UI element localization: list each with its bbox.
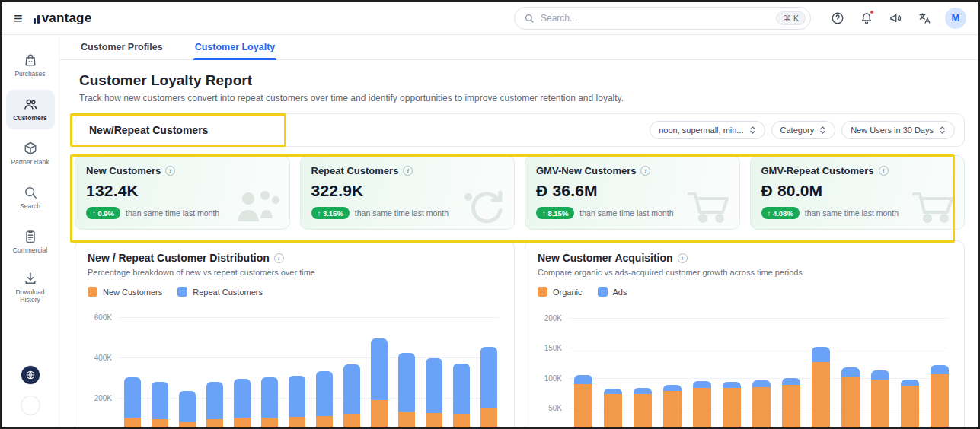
y-axis-tick-label: 600K (88, 313, 112, 321)
info-icon[interactable]: i (678, 253, 688, 263)
metric-title: GMV-Repeat Customers (761, 165, 874, 176)
bar-segment (841, 377, 860, 429)
info-icon[interactable]: i (274, 253, 284, 263)
repeat-watermark-icon (459, 186, 508, 229)
y-axis-tick-label: 100K (538, 373, 562, 382)
bar-segment (343, 364, 360, 414)
legend-swatch-orange (88, 287, 97, 297)
info-icon[interactable]: i (165, 166, 175, 176)
bar-segment (480, 347, 497, 408)
sidebar-item-search[interactable]: Search (6, 178, 55, 218)
translate-icon[interactable] (916, 10, 933, 27)
legend-label: Ads (613, 288, 627, 297)
bar-segment (812, 347, 830, 362)
bar-segment (693, 381, 711, 388)
sidebar-label: Customers (13, 115, 46, 122)
search-input[interactable]: ⌘K (514, 7, 811, 30)
bar-segment (179, 422, 196, 429)
bar-segment (901, 386, 919, 429)
bar-segment (604, 394, 622, 429)
chart-title: New Customer Acquisition (538, 252, 673, 264)
metric-note: than same time last month (805, 208, 899, 218)
legend-swatch-blue (598, 287, 608, 297)
metric-title: Repeat Customers (311, 165, 399, 176)
bar-segment (234, 379, 251, 418)
info-icon[interactable]: i (640, 166, 650, 176)
sidebar-label: Search (20, 203, 40, 211)
bar-segment (752, 380, 771, 387)
bar-segment (663, 385, 682, 391)
avatar[interactable]: M (945, 8, 966, 29)
bar-segment (453, 414, 470, 429)
legend-label: New Customers (103, 288, 162, 297)
page-title: Customer Loyalty Report (79, 72, 980, 89)
bar-segment (261, 377, 278, 418)
sidebar-item-commercial[interactable]: Commercial (6, 222, 55, 262)
period-filter-dropdown[interactable]: New Users in 30 Days (841, 121, 955, 139)
bar-segment (841, 367, 860, 377)
bar-segment (152, 419, 168, 429)
stacked-bar-chart: 50K100K150K200K (568, 309, 949, 429)
gridline (568, 378, 949, 379)
gridline (118, 358, 499, 358)
y-axis-tick-label: 50K (538, 404, 562, 412)
bar-segment (723, 388, 741, 429)
uae-flag-icon[interactable] (21, 396, 40, 415)
category-filter-dropdown[interactable]: Category (771, 121, 836, 139)
sidebar-item-customers[interactable]: Customers (6, 90, 55, 129)
chevron-up-down-icon (819, 126, 826, 135)
sidebar-bottom (21, 365, 40, 415)
store-filter-dropdown[interactable]: noon, supermall, min... (650, 121, 765, 139)
bar-segment (206, 382, 223, 419)
filter-group: noon, supermall, min... Category New Use… (650, 121, 955, 139)
bar-segment (752, 387, 771, 429)
y-axis-tick-label: 150K (538, 344, 562, 352)
metric-title: GMV-New Customers (536, 165, 636, 176)
bar-segment (398, 353, 415, 412)
bar-segment (261, 418, 278, 429)
tab-customer-profiles[interactable]: Customer Profiles (79, 42, 164, 59)
delta-badge: ↑ 3.15% (311, 207, 350, 219)
language-globe-icon[interactable] (21, 365, 40, 385)
cart-watermark-icon (685, 186, 733, 229)
app-logo[interactable]: vantage (34, 11, 92, 26)
sidebar-item-purchases[interactable]: Purchases (6, 46, 55, 85)
people-watermark-icon (235, 186, 283, 229)
section-title: New/Repeat Customers (85, 124, 208, 136)
tab-customer-loyalty[interactable]: Customer Loyalty (193, 42, 277, 59)
bar-segment (663, 391, 682, 429)
sidebar-label: Purchases (14, 71, 45, 78)
info-icon[interactable]: i (403, 166, 413, 176)
legend-swatch-blue (177, 287, 187, 297)
info-icon[interactable]: i (879, 166, 889, 176)
section-header-card: New/Repeat Customers noon, supermall, mi… (75, 113, 965, 147)
metric-note: than same time last month (126, 208, 219, 218)
bar-segment (124, 377, 141, 418)
notifications-bell-icon[interactable] (858, 10, 875, 27)
bar-segment (901, 380, 919, 386)
bar-segment (289, 376, 305, 417)
bar-segment (634, 394, 652, 429)
chart-legend: Organic Ads (538, 287, 952, 297)
chart-subtitle: Compare organic vs ads-acquired customer… (538, 268, 952, 277)
bar-segment (782, 378, 800, 385)
download-history-icon (23, 271, 38, 286)
announcements-megaphone-icon[interactable] (887, 10, 904, 27)
bar-segment (371, 400, 388, 429)
search-field[interactable] (541, 13, 770, 24)
metric-title: New Customers (86, 165, 161, 176)
chevron-up-down-icon (749, 126, 756, 135)
bar-segment (398, 412, 415, 429)
bar-segment (426, 413, 442, 429)
bar-segment (634, 388, 652, 393)
bar-segment (234, 418, 251, 429)
y-axis-tick-label: 200K (538, 313, 562, 322)
menu-icon[interactable]: ≡ (14, 11, 23, 26)
metrics-row: New Customersi 132.4K ↑ 0.9% than same t… (75, 155, 965, 230)
help-icon[interactable] (829, 10, 846, 27)
sidebar-item-download-history[interactable]: Download History (6, 266, 55, 309)
bar-segment (931, 374, 949, 429)
sidebar-item-partner-rank[interactable]: Partner Rank (6, 134, 55, 173)
sidebar-label: Download History (8, 289, 53, 304)
bar-segment (574, 384, 592, 429)
